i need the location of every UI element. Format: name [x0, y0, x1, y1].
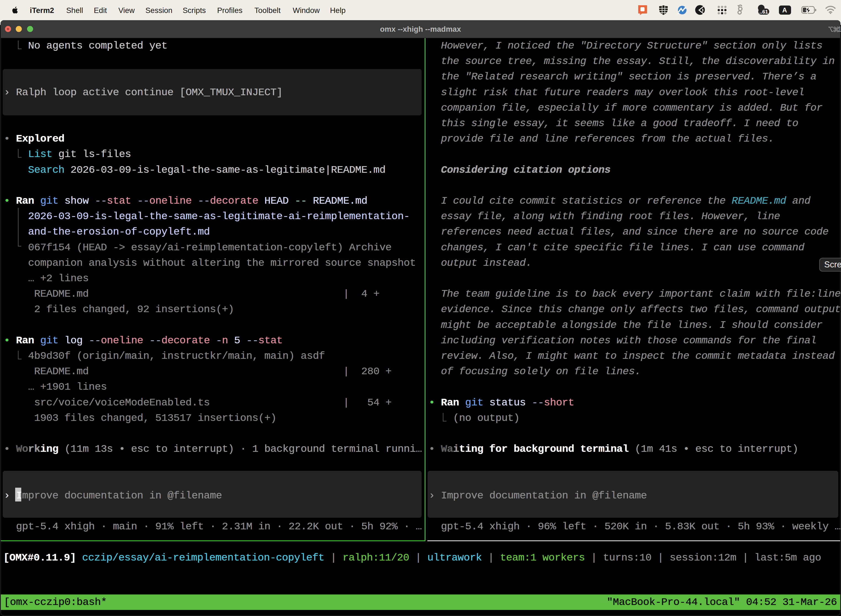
- svg-text:..61: ..61: [759, 9, 768, 15]
- svg-text:A: A: [782, 6, 787, 14]
